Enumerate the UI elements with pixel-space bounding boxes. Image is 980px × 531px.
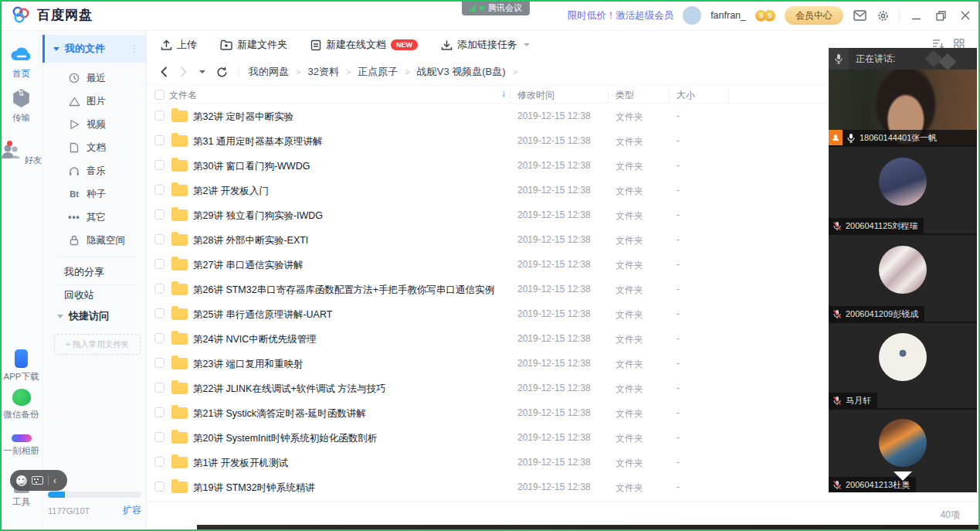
sidebar-section-quick-access[interactable]: 快捷访问 [42, 309, 109, 323]
sidebar-item-音乐[interactable]: 音乐 [42, 159, 147, 182]
file-name[interactable]: 第21讲 Systick滴答定时器-延时函数讲解 [193, 407, 366, 420]
upload-button[interactable]: 上传 [161, 38, 197, 52]
select-all-checkbox[interactable] [154, 90, 164, 100]
rail-item-app-download[interactable]: APP下载 [0, 349, 42, 383]
file-name[interactable]: 第24讲 NVIC中断优先级管理 [193, 333, 317, 346]
column-header-size[interactable]: 大小 [677, 89, 695, 102]
row-checkbox[interactable] [154, 407, 164, 417]
sort-desc-icon[interactable]: ↓ [501, 88, 506, 99]
new-online-doc-button[interactable]: 新建在线文档 NEW [310, 38, 418, 52]
emoji-icon[interactable] [16, 475, 27, 486]
sidebar-item-最近[interactable]: 最近 [42, 66, 147, 90]
participant-tile[interactable]: 马月轩 [829, 323, 977, 408]
rail-item-transfer[interactable]: ⇅ 传输 [0, 89, 42, 124]
collapse-chevron-icon[interactable]: ‹ [53, 475, 56, 486]
file-name[interactable]: 第20讲 SystemInit时钟系统初始化函数剖析 [193, 432, 377, 445]
minimize-button[interactable] [909, 9, 923, 22]
column-header-name[interactable]: 文件名 [169, 89, 197, 102]
row-checkbox[interactable] [154, 284, 164, 294]
breadcrumb-item[interactable]: 我的网盘 [249, 65, 289, 79]
breadcrumb-item[interactable]: 战舰V3 视频盘(B盘) [417, 65, 506, 79]
row-checkbox[interactable] [154, 185, 164, 195]
row-checkbox[interactable] [154, 432, 164, 442]
breadcrumb-item[interactable]: 正点原子 [358, 65, 398, 79]
file-name[interactable]: 第23讲 端口复用和重映射 [193, 358, 303, 371]
file-name[interactable]: 第26讲 STM32串口寄存器库函数配置方法+手把手教你写串口通信实例 [193, 284, 494, 297]
scroll-down-indicator[interactable] [894, 471, 912, 481]
row-checkbox[interactable] [154, 482, 164, 492]
row-checkbox[interactable] [154, 160, 164, 170]
forward-button[interactable] [180, 66, 187, 77]
file-name[interactable]: 第31 通用定时器基本原理讲解 [193, 135, 322, 148]
rail-item-wechat-backup[interactable]: 微信备份 [0, 389, 42, 420]
rail-item-moment-album[interactable]: 一刻相册 [0, 430, 42, 457]
rail-item-home[interactable]: 首页 [0, 45, 42, 80]
music-icon [68, 166, 80, 176]
baidu-netdisk-logo-icon [11, 5, 31, 24]
file-name[interactable]: 第22讲 JLINK在线调试+软件调试 方法与技巧 [193, 383, 386, 396]
file-name[interactable]: 第30讲 窗口看门狗-WWDG [193, 160, 310, 173]
input-float-pill[interactable]: ‹ [10, 470, 67, 491]
meeting-overlay-pill[interactable]: 腾讯会议 [462, 0, 530, 15]
user-avatar[interactable] [683, 6, 701, 25]
row-checkbox[interactable] [154, 259, 164, 269]
folder-icon [171, 432, 188, 444]
keyboard-icon[interactable] [32, 476, 43, 485]
file-name[interactable]: 第27讲 串口通信实验讲解 [193, 259, 303, 272]
meeting-panel: 正在讲话: 18060144401张一帆2006041125刘程瑞2006041… [829, 48, 977, 492]
file-name[interactable]: 第29讲 独立看门狗实验-IWDG [193, 209, 323, 223]
row-checkbox[interactable] [154, 234, 164, 244]
promo-link[interactable]: 限时低价！激活超级会员 [568, 9, 674, 22]
file-name[interactable]: 第32讲 定时器中断实验 [193, 111, 293, 124]
file-type: 文件夹 [615, 135, 643, 148]
row-checkbox[interactable] [154, 308, 164, 318]
settings-gear-icon[interactable] [876, 9, 890, 22]
participant-tile[interactable]: 18060144401张一帆 [829, 70, 977, 145]
file-type: 文件夹 [615, 111, 643, 124]
back-button[interactable] [161, 66, 168, 77]
column-header-date[interactable]: 修改时间 [517, 89, 554, 102]
kebab-menu-icon[interactable]: ⋮ [130, 43, 139, 54]
row-checkbox[interactable] [154, 358, 164, 368]
file-name[interactable]: 第1讲 开发板开机测试 [193, 457, 288, 470]
row-checkbox[interactable] [154, 111, 164, 121]
username[interactable]: fanfran_ [710, 10, 746, 21]
mail-icon[interactable] [853, 9, 866, 22]
sidebar-item-视频[interactable]: 视频 [42, 113, 147, 136]
file-name[interactable]: 第19讲 STM32时钟系统精讲 [193, 482, 315, 495]
refresh-icon[interactable] [216, 66, 228, 78]
rail-item-friends[interactable]: 好友 [0, 143, 42, 166]
bt-icon: Bt [68, 189, 80, 199]
row-checkbox[interactable] [154, 383, 164, 393]
sidebar-item-图片[interactable]: 图片 [42, 90, 147, 113]
expand-storage-link[interactable]: 扩容 [123, 504, 141, 517]
titlebar: 百度网盘 腾讯会议 限时低价！激活超级会员 fanfran_ S S 会员中心 [0, 0, 980, 31]
restore-button[interactable] [934, 9, 948, 22]
sidebar-item-my-files[interactable]: 我的文件 ⋮ [42, 35, 147, 63]
breadcrumb-item[interactable]: 32资料 [307, 65, 338, 79]
close-button[interactable] [958, 9, 972, 22]
participant-tile[interactable]: 2006041125刘程瑞 [829, 147, 977, 233]
new-folder-button[interactable]: 新建文件夹 [220, 38, 287, 52]
sidebar-item-隐藏空间[interactable]: 隐藏空间 [42, 229, 147, 252]
drop-folder-hint[interactable]: + 拖入常用文件夹 [54, 334, 141, 355]
row-checkbox[interactable] [154, 135, 164, 145]
file-name[interactable]: 第2讲 开发板入门 [193, 185, 269, 198]
sidebar-item-recycle-bin[interactable]: 回收站 [64, 288, 94, 302]
row-checkbox[interactable] [154, 333, 164, 343]
sidebar-item-种子[interactable]: Bt种子 [42, 182, 147, 206]
sidebar-item-my-share[interactable]: 我的分享 [64, 265, 104, 279]
file-name[interactable]: 第28讲 外部中断实验-EXTI [193, 234, 308, 247]
row-checkbox[interactable] [154, 457, 164, 467]
row-checkbox[interactable] [154, 209, 164, 220]
file-size: - [677, 234, 680, 245]
add-link-task-button[interactable]: 添加链接任务 [441, 38, 530, 52]
history-dropdown-icon[interactable] [198, 70, 205, 73]
sidebar-item-文档[interactable]: 文档 [42, 136, 147, 159]
sidebar-item-其它[interactable]: •••其它 [42, 206, 147, 229]
file-name[interactable]: 第25讲 串行通信原理讲解-UART [193, 308, 332, 322]
participant-tile[interactable]: 2006041209彭锐成 [829, 235, 977, 322]
member-center-button[interactable]: 会员中心 [785, 6, 843, 25]
column-header-type[interactable]: 类型 [615, 89, 634, 102]
participant-avatar [879, 333, 927, 381]
